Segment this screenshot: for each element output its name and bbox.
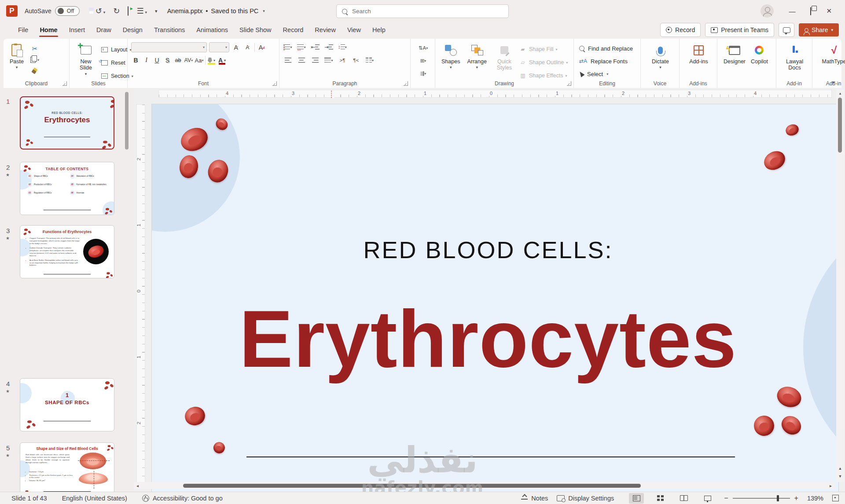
- ltr-direction-button[interactable]: >¶: [338, 55, 347, 65]
- decrease-font-size-button[interactable]: Aˇ: [243, 43, 252, 52]
- minimize-button[interactable]: —: [789, 7, 795, 15]
- scroll-right-icon[interactable]: ▸: [827, 483, 834, 488]
- customize-toolbar-button[interactable]: ☰▾: [136, 7, 147, 15]
- horizontal-scroll-thumb[interactable]: [183, 484, 641, 488]
- slide-4-thumbnail[interactable]: 1 SHAPE OF RBCs: [20, 378, 114, 431]
- zoom-out-button[interactable]: −: [724, 494, 728, 502]
- shape-fill-button[interactable]: ▰Shape Fill▾: [519, 44, 568, 55]
- mathtype-button[interactable]: √ MathType: [816, 42, 845, 66]
- share-button[interactable]: Share ▾: [799, 23, 839, 37]
- slideshow-view-button[interactable]: [700, 493, 715, 504]
- accessibility-status[interactable]: Accessibility: Good to go: [142, 495, 223, 502]
- dictate-button[interactable]: Dictate ▾: [644, 42, 676, 72]
- paragraph-dialog-launcher[interactable]: [404, 81, 408, 86]
- quick-styles-button[interactable]: Quick Styles: [491, 42, 518, 81]
- normal-view-button[interactable]: [629, 493, 644, 504]
- horizontal-scrollbar[interactable]: ◂ ▸: [134, 482, 834, 489]
- scroll-left-icon[interactable]: ◂: [134, 483, 141, 488]
- align-text-button[interactable]: ⊞▾: [419, 56, 428, 66]
- slide-canvas[interactable]: RED BLOOD CELLS: Erythrocytes: [152, 104, 838, 492]
- addins-button[interactable]: Add-ins: [683, 42, 714, 66]
- shape-outline-button[interactable]: ▱Shape Outline▾: [519, 57, 568, 68]
- shapes-button[interactable]: Shapes ▾: [439, 42, 463, 81]
- decrease-indent-button[interactable]: ⇤: [310, 42, 320, 52]
- fit-slide-to-window-button[interactable]: [832, 495, 839, 501]
- tab-file[interactable]: File: [12, 24, 34, 36]
- tab-view[interactable]: View: [342, 24, 367, 36]
- align-right-button[interactable]: [310, 55, 320, 65]
- new-slide-button[interactable]: New Slide ▾: [73, 42, 99, 81]
- columns-button[interactable]: ▾: [365, 55, 375, 65]
- reading-view-button[interactable]: [676, 493, 691, 504]
- clear-formatting-button[interactable]: A◢: [257, 43, 266, 52]
- next-slide-button[interactable]: ▼: [836, 474, 844, 478]
- close-button[interactable]: ✕: [826, 7, 832, 15]
- display-settings-button[interactable]: Display Settings: [557, 495, 614, 502]
- tab-help[interactable]: Help: [367, 24, 391, 36]
- replace-fonts-button[interactable]: ⇄AReplace Fonts: [579, 56, 638, 66]
- shape-effects-button[interactable]: ▥Shape Effects▾: [519, 70, 568, 81]
- slide-1-thumbnail[interactable]: RED BLOOD CELLS: Erythrocytes: [20, 96, 114, 150]
- character-spacing-button[interactable]: AV▾: [184, 55, 193, 65]
- cut-button[interactable]: ✂: [30, 44, 40, 54]
- underline-button[interactable]: U: [152, 55, 162, 65]
- previous-slide-button[interactable]: ▲: [836, 466, 844, 471]
- undo-button[interactable]: ↺▾: [96, 7, 106, 15]
- tab-transitions[interactable]: Transitions: [148, 24, 191, 36]
- increase-font-size-button[interactable]: Aˆ: [231, 43, 241, 52]
- tab-slide-show[interactable]: Slide Show: [234, 24, 277, 36]
- justify-button[interactable]: ▾: [324, 55, 334, 65]
- present-in-teams-button[interactable]: Present in Teams: [705, 23, 774, 37]
- strikethrough-button[interactable]: ab: [173, 55, 183, 65]
- slide-sorter-button[interactable]: [653, 493, 668, 504]
- rtl-direction-button[interactable]: ¶<: [351, 55, 361, 65]
- font-color-button[interactable]: A▾: [217, 55, 227, 65]
- user-avatar[interactable]: [760, 4, 774, 18]
- search-bar[interactable]: [336, 4, 509, 18]
- clipboard-dialog-launcher[interactable]: [62, 81, 67, 86]
- convert-to-smartart-button[interactable]: ⇶▾: [419, 69, 428, 78]
- quick-access-overflow-button[interactable]: ▾: [155, 9, 158, 14]
- scroll-up-icon[interactable]: ▴: [836, 91, 844, 95]
- format-painter-button[interactable]: [30, 66, 40, 76]
- zoom-in-button[interactable]: +: [794, 494, 798, 502]
- horizontal-ruler[interactable]: 4 3 2 1 0 1 2 3 4: [158, 90, 832, 98]
- record-button[interactable]: Record: [660, 23, 701, 37]
- autosave-toggle[interactable]: Off: [55, 6, 80, 16]
- designer-button[interactable]: Designer: [721, 42, 748, 66]
- comments-button[interactable]: [779, 23, 794, 37]
- tab-draw[interactable]: Draw: [91, 24, 117, 36]
- restore-button[interactable]: [810, 7, 811, 15]
- tab-record[interactable]: Record: [277, 24, 309, 36]
- slide-title-text[interactable]: Erythrocytes: [152, 292, 824, 385]
- lawyal-docs-button[interactable]: Lawyal Docs: [780, 42, 809, 73]
- vertical-scrollbar[interactable]: ▴ ▲ ▼: [836, 90, 844, 482]
- find-replace-button[interactable]: Find and Replace: [579, 43, 638, 54]
- zoom-level[interactable]: 139%: [807, 495, 823, 502]
- text-shadow-button[interactable]: S: [163, 55, 172, 65]
- font-name-combobox[interactable]: ▾: [131, 42, 207, 52]
- collapse-ribbon-button[interactable]: ▾: [832, 80, 834, 85]
- tab-insert[interactable]: Insert: [63, 24, 91, 36]
- text-highlight-button[interactable]: ▾: [207, 55, 216, 65]
- align-center-button[interactable]: [297, 55, 306, 65]
- language-button[interactable]: English (United States): [62, 495, 127, 502]
- start-slideshow-button[interactable]: [128, 7, 129, 15]
- change-case-button[interactable]: Aa▾: [195, 55, 204, 65]
- search-input[interactable]: [351, 7, 485, 15]
- slide-3-thumbnail[interactable]: Functions of Erythrocytes Oxygen Transpo…: [20, 225, 114, 278]
- font-dialog-launcher[interactable]: [272, 81, 277, 86]
- copilot-button[interactable]: Copilot: [748, 42, 771, 66]
- zoom-slider-thumb[interactable]: [777, 495, 779, 501]
- align-left-button[interactable]: [283, 55, 293, 65]
- line-spacing-button[interactable]: ↕▾: [338, 42, 347, 52]
- text-direction-button[interactable]: ⇅A▾: [419, 43, 428, 53]
- paste-button[interactable]: Paste ▾: [7, 42, 26, 76]
- tab-review[interactable]: Review: [309, 24, 342, 36]
- increase-indent-button[interactable]: ⇥: [324, 42, 334, 52]
- tab-animations[interactable]: Animations: [191, 24, 234, 36]
- copy-button[interactable]: ▾: [30, 55, 40, 65]
- bold-button[interactable]: B: [131, 55, 140, 65]
- font-size-combobox[interactable]: ▾: [209, 42, 229, 52]
- arrange-button[interactable]: Arrange ▾: [464, 42, 489, 81]
